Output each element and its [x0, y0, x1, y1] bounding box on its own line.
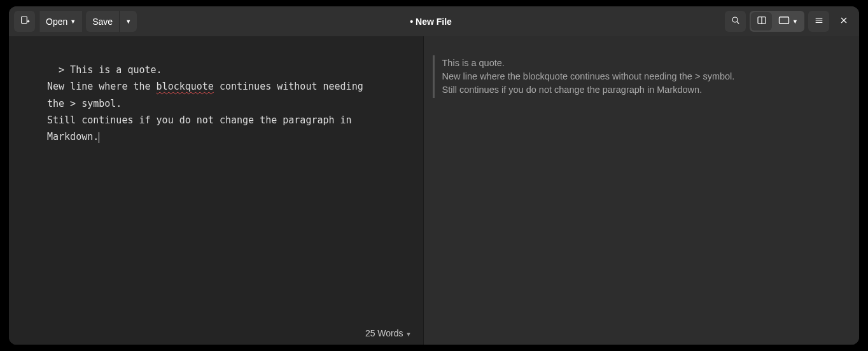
- svg-rect-0: [21, 17, 27, 24]
- open-button[interactable]: Open ▼: [39, 11, 82, 32]
- side-by-side-button[interactable]: [751, 12, 772, 31]
- chevron-down-icon: ▼: [125, 18, 131, 25]
- save-button-label: Save: [92, 17, 113, 27]
- preview-pane: This is a quote. New line where the bloc…: [424, 36, 860, 345]
- editor-line-part: New line where the: [47, 81, 157, 92]
- new-tab-icon: [20, 15, 30, 27]
- content-area: > This is a quote. New line where the bl…: [9, 36, 859, 345]
- editor-line: Still continues if you do not change the…: [47, 114, 358, 142]
- columns-icon: [757, 15, 767, 27]
- open-button-group: Open ▼: [39, 11, 82, 32]
- chevron-down-icon: ▼: [792, 18, 798, 25]
- svg-point-3: [732, 17, 738, 22]
- save-menu-button[interactable]: ▼: [119, 11, 137, 32]
- search-icon: [731, 15, 741, 27]
- editor-text[interactable]: > This is a quote. New line where the bl…: [9, 36, 423, 323]
- chevron-down-icon: ▼: [70, 18, 76, 25]
- save-button[interactable]: Save: [86, 11, 119, 32]
- screen-icon: [778, 16, 790, 27]
- word-count[interactable]: 25 Words: [365, 328, 403, 338]
- svg-line-4: [737, 22, 739, 24]
- open-button-label: Open: [46, 17, 67, 27]
- toolbar: Open ▼ Save ▼ • New File: [9, 6, 859, 36]
- save-button-group: Save ▼: [86, 11, 137, 32]
- preview-line: Still continues if you do not change the…: [442, 83, 847, 97]
- editor-pane[interactable]: > This is a quote. New line where the bl…: [9, 36, 424, 345]
- app-window: Open ▼ Save ▼ • New File: [9, 6, 859, 345]
- close-icon: [839, 15, 849, 27]
- view-dropdown-button[interactable]: ▼: [773, 12, 803, 31]
- preview-line: New line where the blockquote continues …: [442, 70, 847, 83]
- preview-line: This is a quote.: [442, 57, 847, 70]
- chevron-down-icon: ▼: [406, 331, 412, 338]
- text-cursor: [99, 132, 99, 143]
- status-bar: 25 Words▼: [9, 323, 423, 345]
- close-button[interactable]: [833, 11, 854, 32]
- svg-rect-7: [780, 17, 789, 24]
- editor-line: > This is a quote.: [47, 64, 162, 76]
- menu-button[interactable]: [808, 11, 829, 32]
- new-tab-button[interactable]: [14, 11, 35, 32]
- spell-error-word[interactable]: blockquote: [157, 81, 214, 92]
- preview-blockquote: This is a quote. New line where the bloc…: [433, 55, 847, 98]
- search-button[interactable]: [725, 11, 746, 32]
- window-title: • New File: [141, 17, 721, 27]
- hamburger-icon: [814, 15, 824, 27]
- view-mode-group: ▼: [750, 11, 804, 32]
- toolbar-right: ▼: [725, 11, 854, 32]
